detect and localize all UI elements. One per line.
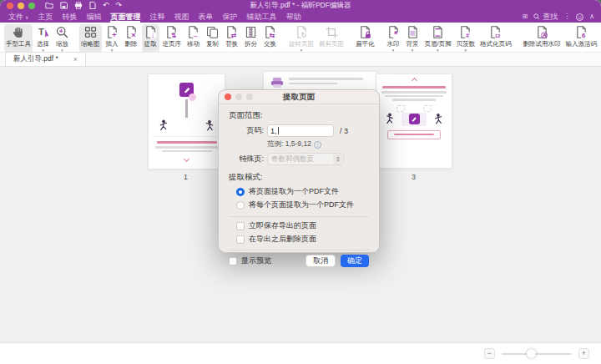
chevron-down-icon <box>184 156 189 162</box>
account-avatar[interactable]: ☺ <box>576 13 583 21</box>
collapse-ribbon-icon[interactable]: ∧ <box>589 13 594 20</box>
menu-item-表单[interactable]: 表单 <box>198 11 213 23</box>
text-caret <box>278 127 279 134</box>
ok-button[interactable]: 确定 <box>341 255 369 267</box>
ribbon-button-label: 手型工具 <box>6 40 31 48</box>
checkbox-icon[interactable] <box>236 222 245 230</box>
ribbon-button-交换[interactable]: ⇆交换 <box>261 24 279 53</box>
mode-option-2-row[interactable]: 将每个页面提取为一个PDF文件 <box>236 200 369 210</box>
ribbon-button-提取[interactable]: ↓提取 <box>142 24 159 53</box>
ribbon-button-拆分[interactable]: 拆分 <box>242 24 260 53</box>
ribbon-button-替换[interactable]: ⇄替换 <box>223 24 240 53</box>
page-number-1: 1 <box>184 173 188 181</box>
ribbon-button-label: 替换 <box>225 40 238 48</box>
print-icon[interactable] <box>74 2 83 9</box>
ribbon-button-手型工具[interactable]: 手型工具 <box>4 24 33 53</box>
menu-item-文件[interactable]: 文件∨ <box>8 11 28 23</box>
mode-option-1-row[interactable]: 将页面提取为一个PDF文件 <box>236 186 369 197</box>
dialog-title: 提取页面 <box>219 92 379 103</box>
ribbon-button-输入激活码[interactable]: 6输入激活码 <box>564 24 599 53</box>
watermark-icon: * <box>386 25 401 39</box>
dropdown-caret-icon: ▾ <box>300 48 303 53</box>
svg-text:↓: ↓ <box>150 31 154 39</box>
menu-item-页面管理[interactable]: 页面管理 <box>110 11 140 23</box>
flatten-icon <box>358 25 372 39</box>
undo-icon[interactable]: ↶ <box>103 2 109 9</box>
ribbon-button-选择[interactable]: T选择▾ <box>34 24 52 53</box>
menu-item-辅助工具[interactable]: 辅助工具 <box>246 11 276 23</box>
ribbon-button-删除[interactable]: ×删除 <box>123 24 140 53</box>
svg-text:⇄: ⇄ <box>231 32 237 39</box>
info-icon[interactable]: i <box>314 141 321 149</box>
thumbnails-icon <box>83 25 98 39</box>
menu-item-主页[interactable]: 主页 <box>38 11 53 23</box>
zoom-in-button[interactable]: + <box>578 348 589 359</box>
ribbon-button-label: 拆分 <box>245 40 257 48</box>
page-thumbnail-3[interactable] <box>376 73 452 169</box>
ribbon-button-移动[interactable]: →移动 <box>184 24 202 53</box>
ribbon-button-背景[interactable]: 背景▾ <box>404 24 422 53</box>
page-thumbnail-1[interactable] <box>148 73 225 169</box>
ribbon-button-label: 交换 <box>264 40 276 48</box>
menubar-items: 文件∨主页转换编辑页面管理注释视图表单保护辅助工具帮助 <box>8 11 300 23</box>
ribbon-button-格式化页码[interactable]: 12格式化页码 <box>478 24 513 53</box>
find-label: 查找 <box>543 12 558 23</box>
new-doc-icon[interactable] <box>89 2 96 9</box>
open-file-icon[interactable] <box>45 2 53 9</box>
ribbon-button-缩放[interactable]: 缩放▾ <box>53 24 71 53</box>
cancel-button[interactable]: 取消 <box>306 255 336 267</box>
save-exported-row[interactable]: 立即保存导出的页面 <box>236 220 369 231</box>
radio-unselected-icon[interactable] <box>236 201 245 210</box>
document-tab[interactable]: 新人引导.pdf * × <box>5 52 86 66</box>
ribbon-button-贝茨数[interactable]: #贝茨数▾ <box>455 24 477 53</box>
maximize-window-button[interactable] <box>28 3 35 9</box>
find-control[interactable]: 查找 <box>533 12 558 23</box>
figure-icon <box>385 113 395 125</box>
redo-icon[interactable]: ↷ <box>116 2 123 9</box>
delete-after-row[interactable]: 在导出之后删除页面 <box>236 234 369 245</box>
overflow-menu-icon[interactable]: ⋮ <box>563 13 570 20</box>
ribbon-button-逆页序[interactable]: ⇅逆页序 <box>161 24 184 53</box>
menu-item-视图[interactable]: 视图 <box>174 11 189 23</box>
format-page-number-icon: 12 <box>488 25 503 39</box>
checkbox-icon[interactable] <box>229 257 237 265</box>
thumb1-logo-row <box>149 83 225 97</box>
close-window-button[interactable] <box>7 3 13 9</box>
ribbon-button-label: 删除 <box>125 40 138 48</box>
ribbon-button-旋转页面: ↻旋转页面▾ <box>287 24 316 53</box>
special-pages-select: 奇数和偶数页 <box>267 153 344 165</box>
ribbon-button-扁平化[interactable]: 扁平化 <box>354 24 376 53</box>
ribbon-button-插入[interactable]: +插入▾ <box>104 24 121 53</box>
svg-text:*: * <box>393 29 397 39</box>
zoom-out-button[interactable]: − <box>484 348 495 359</box>
menu-item-转换[interactable]: 转换 <box>62 11 77 23</box>
svg-text:×: × <box>131 31 136 39</box>
page-number-3: 3 <box>412 173 416 181</box>
menu-item-保护[interactable]: 保护 <box>222 11 237 23</box>
example-row: 范例: 1,5-9,12 i <box>267 139 369 149</box>
ribbon-button-复制[interactable]: 复制 <box>204 24 221 53</box>
checkbox-icon[interactable] <box>236 235 245 244</box>
ribbon-button-裁剪页面: 裁剪页面 <box>317 24 346 53</box>
ribbon-button-页眉/页脚[interactable]: 页眉/页脚▾ <box>423 24 453 53</box>
close-tab-icon[interactable]: × <box>73 56 78 63</box>
figure-icon <box>433 113 443 125</box>
ribbon-button-缩略图[interactable]: 缩略图 <box>79 24 102 53</box>
thumb1-vertical-text <box>185 99 188 118</box>
remove-trial-watermark-icon: A <box>535 25 549 39</box>
ribbon-button-删除试用水印[interactable]: A删除试用水印 <box>522 24 563 53</box>
save-icon[interactable] <box>60 2 68 9</box>
page-layout-icon[interactable]: ⊞ <box>522 13 528 20</box>
thumb3-text-block <box>381 86 447 101</box>
zoom-slider-thumb[interactable] <box>527 349 536 358</box>
zoom-slider[interactable] <box>502 353 572 355</box>
menu-item-编辑[interactable]: 编辑 <box>86 11 101 23</box>
ribbon-button-水印[interactable]: *水印▾ <box>385 24 402 53</box>
radio-selected-icon[interactable] <box>236 188 245 196</box>
mode-option-1-label: 将页面提取为一个PDF文件 <box>249 186 339 197</box>
minimize-window-button[interactable] <box>18 3 24 9</box>
menu-item-帮助[interactable]: 帮助 <box>285 11 300 23</box>
page-number-row: 页码: 1, / 3 <box>229 124 369 137</box>
page-range-input[interactable]: 1, <box>267 124 334 137</box>
menu-item-注释[interactable]: 注释 <box>149 11 164 23</box>
